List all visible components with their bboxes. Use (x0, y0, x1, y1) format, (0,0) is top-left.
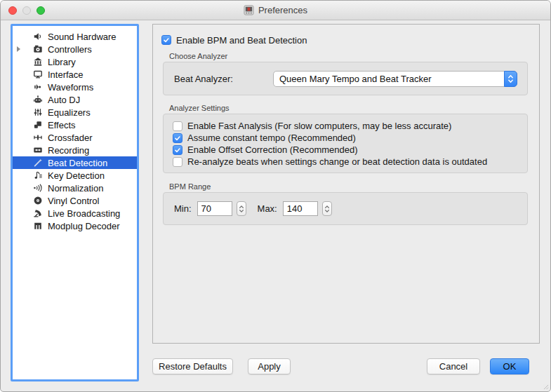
sidebar-item-label: Sound Hardware (48, 32, 117, 42)
min-label: Min: (174, 203, 192, 214)
reanalyze-beats-checkbox[interactable] (173, 157, 182, 167)
offset-correction-checkbox[interactable] (173, 145, 182, 155)
monitor-icon (32, 69, 44, 80)
sidebar-item-label: Vinyl Control (48, 196, 99, 206)
preferences-sidebar: Sound Hardware Controllers Library Inter… (11, 24, 139, 381)
sound-waves-icon (32, 182, 44, 194)
sidebar-item-label: Key Detection (48, 170, 105, 181)
sidebar-item-live-broadcasting[interactable]: Live Broadcasting (13, 207, 137, 219)
crossfader-icon (32, 132, 44, 143)
satellite-icon (32, 208, 44, 219)
library-icon (32, 56, 44, 67)
offset-correction-label: Enable Offset Correction (Recommended) (187, 144, 358, 155)
enable-bpm-label: Enable BPM and Beat Detection (176, 35, 307, 46)
analyzer-settings-groupbox: Enable Fast Analysis (For slow computers… (163, 114, 528, 173)
close-button[interactable] (8, 6, 17, 15)
sidebar-item-auto-dj[interactable]: Auto DJ (13, 93, 137, 106)
min-bpm-field[interactable] (197, 201, 232, 216)
controller-icon (32, 43, 44, 55)
sidebar-item-crossfader[interactable]: Crossfader (13, 131, 137, 144)
titlebar[interactable]: Preferences (1, 1, 550, 20)
wand-icon (32, 157, 44, 168)
restore-defaults-button[interactable]: Restore Defaults (152, 358, 233, 374)
resize-grip-icon[interactable] (542, 383, 549, 390)
waveform-icon (32, 81, 44, 93)
ok-button[interactable]: OK (490, 358, 529, 374)
vinyl-icon (32, 195, 44, 206)
max-label: Max: (258, 203, 277, 214)
sidebar-item-beat-detection[interactable]: Beat Detection (13, 156, 137, 169)
sidebar-item-label: Controllers (48, 44, 92, 55)
choose-analyzer-groupbox: Beat Analyzer: Queen Mary Tempo and Beat… (163, 62, 528, 95)
sidebar-item-waveforms[interactable]: Waveforms (13, 81, 137, 93)
option-row: Enable Offset Correction (Recommended) (173, 144, 527, 156)
sidebar-item-label: Modplug Decoder (48, 221, 120, 231)
sidebar-item-label: Effects (48, 120, 76, 130)
beat-analyzer-value: Queen Mary Tempo and Beat Tracker (279, 74, 432, 84)
beat-analyzer-label: Beat Analyzer: (174, 74, 273, 84)
sidebar-item-recording[interactable]: Recording (13, 144, 137, 156)
cancel-button[interactable]: Cancel (427, 358, 480, 374)
sidebar-item-sound-hardware[interactable]: Sound Hardware (13, 30, 137, 43)
fast-analysis-label: Enable Fast Analysis (For slow computers… (187, 121, 451, 131)
sidebar-item-label: Crossfader (48, 133, 93, 143)
enable-bpm-row: Enable BPM and Beat Detection (161, 34, 539, 46)
combo-arrows-icon (504, 71, 517, 87)
min-bpm-stepper[interactable] (237, 201, 246, 216)
sidebar-item-label: Live Broadcasting (48, 208, 120, 219)
sidebar-item-vinyl-control[interactable]: Vinyl Control (13, 194, 137, 207)
sidebar-item-modplug-decoder[interactable]: Modplug Decoder (13, 219, 137, 232)
analyzer-settings-group-title: Analyzer Settings (169, 104, 539, 112)
sidebar-item-label: Beat Detection (48, 158, 107, 168)
constant-tempo-checkbox[interactable] (173, 133, 182, 143)
sidebar-item-controllers[interactable]: Controllers (13, 43, 137, 55)
sidebar-item-label: Waveforms (48, 82, 93, 93)
sidebar-item-equalizers[interactable]: Equalizers (13, 106, 137, 119)
robot-icon (32, 94, 44, 105)
preferences-window: Preferences Sound Hardware Controllers L… (0, 0, 551, 392)
enable-bpm-checkbox[interactable] (161, 35, 171, 45)
speaker-icon (32, 31, 44, 42)
music-note-icon (32, 170, 44, 181)
effects-icon (32, 119, 44, 130)
sidebar-item-label: Normalization (48, 183, 103, 194)
sidebar-item-library[interactable]: Library (13, 55, 137, 68)
cassette-icon (32, 144, 44, 156)
beat-analyzer-select[interactable]: Queen Mary Tempo and Beat Tracker (273, 71, 517, 87)
sidebar-item-effects[interactable]: Effects (13, 119, 137, 131)
option-row: Assume constant tempo (Recommended) (173, 132, 527, 144)
beat-detection-panel: Enable BPM and Beat Detection Choose Ana… (152, 24, 540, 344)
sidebar-item-label: Equalizers (48, 107, 91, 118)
reanalyze-beats-label: Re-analyze beats when settings change or… (187, 156, 487, 167)
zoom-button[interactable] (36, 6, 45, 15)
sidebar-item-key-detection[interactable]: Key Detection (13, 169, 137, 182)
sidebar-item-label: Interface (48, 69, 84, 80)
minimize-button (22, 6, 31, 15)
sidebar-item-label: Library (48, 57, 76, 67)
preferences-proxy-icon (244, 5, 254, 15)
choose-analyzer-group-title: Choose Analyzer (169, 52, 539, 60)
sidebar-item-label: Recording (48, 145, 89, 156)
disclosure-triangle-icon[interactable] (13, 46, 24, 52)
fast-analysis-checkbox[interactable] (173, 121, 182, 131)
sidebar-item-label: Auto DJ (48, 95, 80, 105)
equalizer-icon (32, 107, 44, 118)
modplug-icon (32, 220, 44, 231)
max-bpm-stepper[interactable] (322, 201, 332, 216)
bpm-range-group-title: BPM Range (169, 182, 539, 191)
option-row: Re-analyze beats when settings change or… (173, 156, 527, 168)
option-row: Enable Fast Analysis (For slow computers… (173, 120, 527, 132)
constant-tempo-label: Assume constant tempo (Recommended) (187, 133, 356, 143)
apply-button[interactable]: Apply (248, 358, 291, 374)
sidebar-item-normalization[interactable]: Normalization (13, 182, 137, 194)
bpm-range-groupbox: Min: Max: (163, 192, 528, 225)
window-title: Preferences (258, 5, 307, 15)
max-bpm-field[interactable] (283, 201, 318, 216)
sidebar-item-interface[interactable]: Interface (13, 68, 137, 81)
